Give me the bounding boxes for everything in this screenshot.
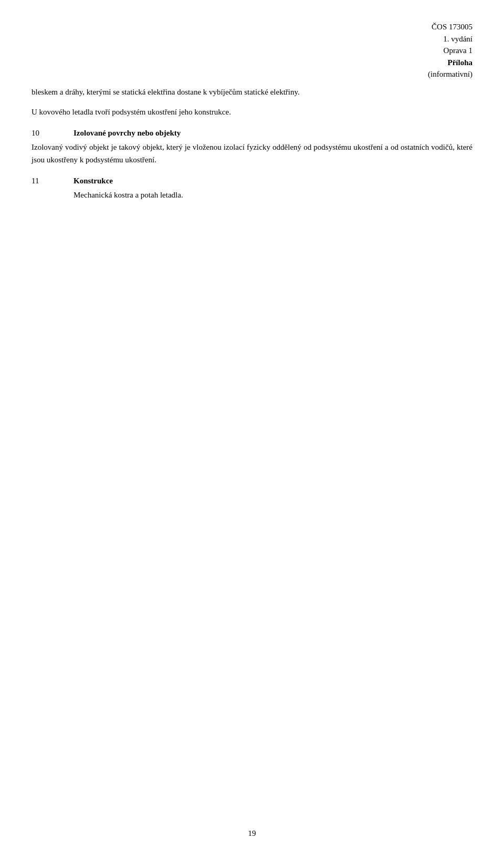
section-11-body: Mechanická kostra a potah letadla. [32,189,472,201]
section-11-title: Konstrukce [74,177,113,185]
priloha-label: Příloha [32,57,472,69]
section-10: 10 Izolované povrchy nebo objekty Izolov… [32,129,472,166]
page-header: ČOS 173005 1. vydání Oprava 1 Příloha (i… [32,21,472,80]
cos-number: ČOS 173005 [32,21,472,33]
kovoveho-paragraph: U kovového letadla tvoří podsystém ukost… [32,106,472,118]
page: ČOS 173005 1. vydání Oprava 1 Příloha (i… [0,0,504,859]
section-10-title: Izolované povrchy nebo objekty [74,129,181,138]
vydani-text: 1. vydání [32,33,472,45]
intro-paragraph: bleskem a dráhy, kterými se statická ele… [32,86,472,98]
section-10-number: 10 [32,129,74,138]
page-number: 19 [248,829,256,838]
section-10-body: Izolovaný vodivý objekt je takový objekt… [32,141,472,166]
informativni-label: (informativní) [32,68,472,80]
oprava-text: Oprava 1 [32,45,472,57]
section-11: 11 Konstrukce Mechanická kostra a potah … [32,177,472,201]
section-10-header-row: 10 Izolované povrchy nebo objekty [32,129,472,138]
section-11-header-row: 11 Konstrukce [32,177,472,185]
section-11-number: 11 [32,177,74,185]
